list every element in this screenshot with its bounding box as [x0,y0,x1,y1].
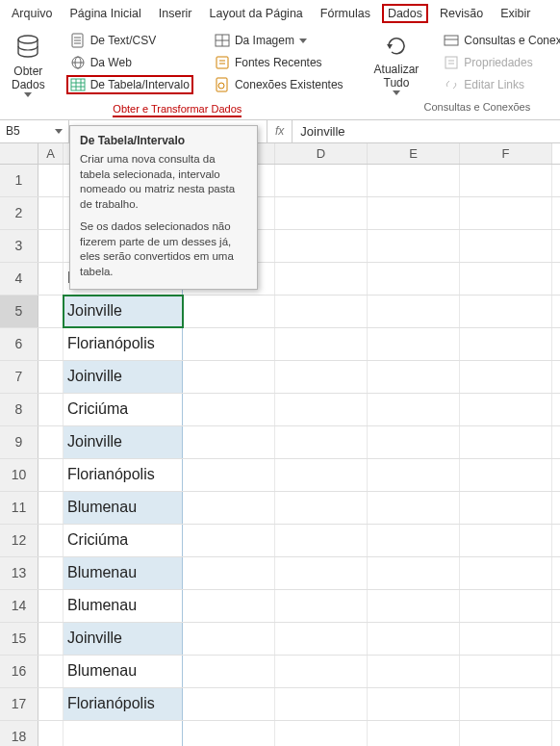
row-header[interactable]: 3 [0,230,38,262]
cell-C17[interactable] [183,688,275,720]
cell-E18[interactable] [368,721,460,746]
cell-F13[interactable] [460,557,552,589]
menu-item-dados[interactable]: Dados [382,4,428,23]
cell-A15[interactable] [38,623,64,655]
cell-D1[interactable] [275,165,368,196]
cell-D7[interactable] [275,361,368,393]
cell-D14[interactable] [275,590,368,622]
de-text-csv-button[interactable]: De Text/CSV [66,31,193,50]
menu-item-arquivo[interactable]: Arquivo [6,4,58,23]
de-tabela-intervalo-button[interactable]: De Tabela/Intervalo [66,75,193,94]
row-header[interactable]: 18 [0,721,38,746]
cell-F17[interactable] [460,688,552,720]
row-header[interactable]: 4 [0,263,38,295]
cell-A9[interactable] [38,426,64,458]
cell-D12[interactable] [275,525,368,556]
fontes-recentes-button[interactable]: Fontes Recentes [211,53,347,72]
da-imagem-button[interactable]: Da Imagem [211,31,347,50]
cell-F6[interactable] [460,328,552,360]
cell-D5[interactable] [275,296,368,327]
cell-B12[interactable]: Criciúma [64,525,183,556]
cell-E9[interactable] [368,426,460,458]
row-header[interactable]: 9 [0,426,38,458]
cell-E13[interactable] [368,557,460,589]
col-header-E[interactable]: E [368,143,460,164]
fx-button[interactable]: fx [267,120,293,142]
menu-item-fórmulas[interactable]: Fórmulas [315,4,376,23]
cell-B14[interactable]: Blumenau [64,590,183,622]
cell-F18[interactable] [460,721,552,746]
cell-E10[interactable] [368,459,460,491]
col-header-A[interactable]: A [38,143,64,164]
cell-F16[interactable] [460,656,552,687]
cell-F3[interactable] [460,230,552,262]
name-box[interactable]: B5 [0,120,69,142]
row-header[interactable]: 1 [0,165,38,196]
cell-E17[interactable] [368,688,460,720]
cell-B16[interactable]: Blumenau [64,656,183,687]
cell-D6[interactable] [275,328,368,360]
cell-F7[interactable] [460,361,552,393]
menu-item-inserir[interactable]: Inserir [153,4,198,23]
cell-A2[interactable] [38,197,64,229]
consultas-conexoes-button[interactable]: Consultas e Conexões [440,31,560,50]
da-web-button[interactable]: Da Web [66,53,193,72]
row-header[interactable]: 13 [0,557,38,589]
cell-F11[interactable] [460,492,552,524]
cell-C14[interactable] [183,590,275,622]
cell-D13[interactable] [275,557,368,589]
cell-A18[interactable] [38,721,64,746]
col-header-D[interactable]: D [275,143,368,164]
cell-E1[interactable] [368,165,460,196]
cell-E11[interactable] [368,492,460,524]
cell-C12[interactable] [183,525,275,556]
cell-E2[interactable] [368,197,460,229]
row-header[interactable]: 7 [0,361,38,393]
cell-C8[interactable] [183,394,275,425]
cell-D18[interactable] [275,721,368,746]
cell-F2[interactable] [460,197,552,229]
cell-D10[interactable] [275,459,368,491]
cell-C15[interactable] [183,623,275,655]
cell-C18[interactable] [183,721,275,746]
cell-E3[interactable] [368,230,460,262]
cell-A13[interactable] [38,557,64,589]
cell-A14[interactable] [38,590,64,622]
row-header[interactable]: 12 [0,525,38,556]
cell-F12[interactable] [460,525,552,556]
cell-B13[interactable]: Blumenau [64,557,183,589]
menu-item-layout-da-página[interactable]: Layout da Página [203,4,308,23]
cell-F5[interactable] [460,296,552,327]
cell-A4[interactable] [38,263,64,295]
formula-input[interactable]: Joinville [293,122,560,141]
cell-F1[interactable] [460,165,552,196]
cell-B5[interactable]: Joinville [64,296,183,327]
cell-C16[interactable] [183,656,275,687]
cell-E4[interactable] [368,263,460,295]
menu-item-revisão[interactable]: Revisão [434,4,489,23]
row-header[interactable]: 17 [0,688,38,720]
menu-item-página-inicial[interactable]: Página Inicial [64,4,146,23]
cell-E16[interactable] [368,656,460,687]
row-header[interactable]: 5 [0,296,38,327]
cell-D16[interactable] [275,656,368,687]
cell-E15[interactable] [368,623,460,655]
cell-A7[interactable] [38,361,64,393]
cell-C9[interactable] [183,426,275,458]
cell-B9[interactable]: Joinville [64,426,183,458]
cell-E8[interactable] [368,394,460,425]
cell-D9[interactable] [275,426,368,458]
row-header[interactable]: 14 [0,590,38,622]
cell-E12[interactable] [368,525,460,556]
cell-E14[interactable] [368,590,460,622]
row-header[interactable]: 15 [0,623,38,655]
cell-A17[interactable] [38,688,64,720]
cell-F4[interactable] [460,263,552,295]
row-header[interactable]: 11 [0,492,38,524]
atualizar-tudo-button[interactable]: Atualizar Tudo [370,31,423,97]
cell-B15[interactable]: Joinville [64,623,183,655]
cell-E6[interactable] [368,328,460,360]
cell-B11[interactable]: Blumenau [64,492,183,524]
cell-D4[interactable] [275,263,368,295]
cell-D15[interactable] [275,623,368,655]
